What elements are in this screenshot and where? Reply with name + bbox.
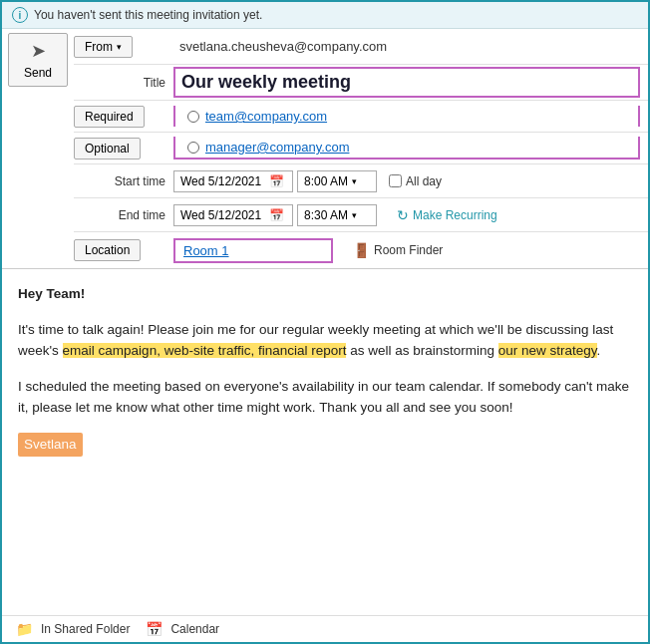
location-row: Location Room 1 🚪 Room Finder: [74, 232, 648, 268]
signature-para: Svetlana: [18, 433, 632, 457]
allday-label: All day: [406, 174, 442, 188]
optional-field[interactable]: manager@company.com: [173, 137, 640, 160]
required-row: Required team@company.com: [74, 101, 648, 133]
paragraph2: I scheduled the meeting based on everyon…: [18, 376, 632, 419]
required-label: Required: [85, 110, 134, 124]
info-icon: i: [12, 7, 28, 23]
start-time-value: 8:00 AM: [304, 174, 348, 188]
location-value: Room 1: [183, 243, 229, 258]
start-date-field[interactable]: Wed 5/12/2021 📅: [173, 170, 293, 192]
optional-row: Optional manager@company.com: [74, 133, 648, 164]
recurring-label: Make Recurring: [413, 208, 497, 222]
optional-label-cell: Optional: [74, 138, 173, 160]
required-radio: [187, 111, 199, 123]
send-label: Send: [24, 66, 52, 80]
top-section: ➤ Send From ▾ svetlana.cheusheva@company…: [2, 29, 648, 269]
start-time-caret: ▾: [352, 176, 357, 186]
info-bar: i You haven't sent this meeting invitati…: [2, 2, 648, 29]
optional-label: Optional: [85, 142, 130, 156]
send-button[interactable]: ➤ Send: [8, 33, 68, 87]
title-row: Title: [74, 65, 648, 101]
location-label-cell: Location: [74, 239, 173, 261]
from-button[interactable]: From ▾: [74, 36, 133, 58]
greeting-text: Hey Team!: [18, 286, 85, 301]
from-label: From: [85, 40, 113, 54]
calendar-icon-start: 📅: [269, 174, 284, 188]
from-caret: ▾: [117, 42, 122, 52]
end-time-label: End time: [119, 208, 165, 222]
required-email[interactable]: team@company.com: [205, 109, 327, 124]
start-time-label-cell: Start time: [74, 173, 173, 188]
para1-after: as well as brainstorming: [346, 343, 497, 358]
end-time-value: 8:30 AM: [304, 208, 348, 222]
end-time-row: End time Wed 5/12/2021 📅 8:30 AM ▾ ↻ Mak…: [74, 198, 648, 232]
from-row: From ▾ svetlana.cheusheva@company.com: [74, 29, 648, 65]
calendar-icon-end: 📅: [269, 208, 284, 222]
start-time-label: Start time: [115, 174, 165, 188]
make-recurring-button[interactable]: ↻ Make Recurring: [397, 207, 497, 223]
main-window: i You haven't sent this meeting invitati…: [0, 0, 650, 644]
para1-highlight1: email campaign, web-site traffic, financ…: [63, 343, 347, 358]
folder-label: In Shared Folder: [41, 622, 130, 636]
title-label: Title: [144, 76, 165, 90]
recurring-icon: ↻: [397, 207, 409, 223]
paragraph1: It's time to talk again! Please join me …: [18, 319, 632, 362]
from-value: svetlana.cheusheva@company.com: [173, 37, 648, 56]
required-label-cell: Required: [74, 106, 173, 128]
location-field[interactable]: Room 1: [173, 238, 333, 263]
signature: Svetlana: [18, 433, 83, 457]
required-field[interactable]: team@company.com: [173, 106, 640, 127]
allday-checkbox[interactable]: [389, 174, 402, 187]
end-time-label-cell: End time: [74, 207, 173, 222]
end-time-caret: ▾: [352, 210, 357, 220]
folder-icon: 📁: [16, 621, 33, 637]
room-finder-button[interactable]: 🚪 Room Finder: [353, 242, 443, 258]
optional-email[interactable]: manager@company.com: [205, 140, 349, 155]
send-icon: ➤: [31, 40, 46, 62]
para1-highlight2: our new strategy: [498, 343, 597, 358]
title-label-cell: Title: [74, 75, 173, 90]
optional-button[interactable]: Optional: [74, 138, 141, 160]
required-button[interactable]: Required: [74, 106, 145, 128]
end-date-field[interactable]: Wed 5/12/2021 📅: [173, 204, 293, 226]
para1-end: .: [597, 343, 601, 358]
room-finder-label: Room Finder: [374, 243, 443, 257]
fields-wrapper: From ▾ svetlana.cheusheva@company.com Ti…: [74, 29, 648, 268]
body-area: Hey Team! It's time to talk again! Pleas…: [2, 269, 648, 615]
greeting: Hey Team!: [18, 283, 632, 305]
title-input[interactable]: [173, 67, 640, 98]
bottom-bar: 📁 In Shared Folder 📅 Calendar: [2, 615, 648, 642]
calendar-icon-bottom: 📅: [146, 621, 162, 637]
location-button[interactable]: Location: [74, 239, 141, 261]
end-date-value: Wed 5/12/2021: [180, 208, 261, 222]
allday-check[interactable]: All day: [389, 174, 442, 188]
start-time-row: Start time Wed 5/12/2021 📅 8:00 AM ▾ All…: [74, 164, 648, 198]
from-label-cell: From ▾: [74, 36, 173, 58]
optional-radio: [187, 142, 199, 154]
end-time-field[interactable]: 8:30 AM ▾: [297, 204, 377, 226]
info-message: You haven't sent this meeting invitation…: [34, 8, 262, 22]
calendar-label: Calendar: [170, 622, 219, 636]
start-date-value: Wed 5/12/2021: [180, 174, 261, 188]
room-finder-icon: 🚪: [353, 242, 370, 258]
location-label: Location: [85, 243, 130, 257]
start-time-field[interactable]: 8:00 AM ▾: [297, 170, 377, 192]
